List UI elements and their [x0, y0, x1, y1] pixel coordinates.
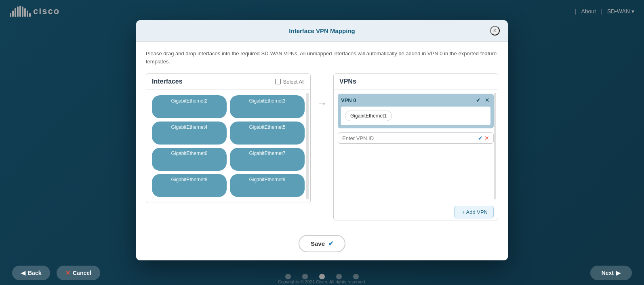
vpn-id-input-row: ✔ ✕: [338, 132, 494, 144]
modal-header: Interface VPN Mapping ×: [136, 20, 508, 42]
interface-chip-ge4[interactable]: GigabitEthernet4: [152, 122, 227, 145]
add-vpn-label: + Add VPN: [462, 209, 488, 215]
interfaces-scrollbar[interactable]: [306, 93, 309, 199]
save-check-icon: ✔: [328, 240, 333, 247]
cancel-icon: ✕: [65, 270, 70, 276]
add-vpn-button[interactable]: + Add VPN: [454, 206, 494, 218]
vpn-id-input[interactable]: [342, 135, 476, 141]
vpn-delete-button[interactable]: ✕: [484, 97, 490, 103]
vpn-expand-button[interactable]: ✔: [475, 97, 482, 103]
cancel-label: Cancel: [73, 270, 91, 276]
drag-arrow-area: →: [311, 73, 333, 109]
cancel-button[interactable]: ✕ Cancel: [57, 266, 100, 280]
vpns-title: VPNs: [339, 78, 356, 85]
vpn-group-0: VPN 0 ✔ ✕ GigabitEthernet1: [338, 94, 494, 128]
save-label: Save: [311, 240, 325, 247]
back-label: Back: [28, 270, 41, 276]
vpn-id-cancel-button[interactable]: ✕: [484, 135, 489, 141]
vpn-id-actions: ✔ ✕: [478, 135, 489, 141]
modal-description: Please drag and drop interfaces into the…: [146, 50, 498, 65]
modal-body: Please drag and drop interfaces into the…: [136, 42, 508, 228]
save-button[interactable]: Save ✔: [299, 235, 345, 252]
vpns-panel: VPNs VPN 0 ✔ ✕ GigabitEthernet1: [333, 73, 498, 220]
interface-chip-ge6[interactable]: GigabitEthernet6: [152, 148, 227, 171]
interface-chip-ge7[interactable]: GigabitEthernet7: [230, 148, 305, 171]
vpn-interfaces-area: GigabitEthernet1: [341, 107, 490, 125]
interface-vpn-mapping-modal: Interface VPN Mapping × Please drag and …: [136, 20, 508, 260]
right-arrow-icon: →: [317, 98, 327, 109]
vpn-id-confirm-button[interactable]: ✔: [478, 135, 483, 141]
modal-content-area: Interfaces Select All GigabitEthernet2 G…: [146, 73, 498, 220]
vpns-list: VPN 0 ✔ ✕ GigabitEthernet1: [334, 90, 498, 203]
modal-close-button[interactable]: ×: [490, 26, 500, 36]
interfaces-title: Interfaces: [152, 78, 183, 85]
select-all-checkbox[interactable]: [275, 79, 281, 84]
vpn-group-header: VPN 0 ✔ ✕: [341, 97, 490, 103]
interfaces-panel: Interfaces Select All GigabitEthernet2 G…: [146, 73, 311, 203]
back-icon: ◀: [21, 270, 25, 276]
interfaces-list: GigabitEthernet2 GigabitEthernet3 Gigabi…: [146, 90, 310, 203]
next-button[interactable]: Next ▶: [590, 266, 632, 280]
interface-chip-ge2[interactable]: GigabitEthernet2: [152, 95, 227, 118]
next-label: Next: [602, 270, 614, 276]
vpn-interface-ge1[interactable]: GigabitEthernet1: [345, 111, 392, 121]
vpns-scrollbar[interactable]: [494, 93, 496, 199]
select-all-area[interactable]: Select All: [275, 79, 305, 85]
vpns-header: VPNs: [334, 74, 498, 90]
vpn-group-title: VPN 0: [341, 97, 356, 103]
modal-footer: Save ✔: [136, 228, 508, 260]
vpn-group-actions: ✔ ✕: [475, 97, 490, 103]
interfaces-header: Interfaces Select All: [146, 74, 310, 90]
add-vpn-area: + Add VPN: [334, 203, 498, 220]
interface-chip-ge3[interactable]: GigabitEthernet3: [230, 95, 305, 118]
interface-chip-ge8[interactable]: GigabitEthernet8: [152, 174, 227, 197]
modal-title: Interface VPN Mapping: [154, 27, 490, 34]
next-icon: ▶: [616, 270, 621, 276]
select-all-label: Select All: [283, 79, 305, 85]
interface-chip-ge9[interactable]: GigabitEthernet9: [230, 174, 305, 197]
interface-chip-ge5[interactable]: GigabitEthernet5: [230, 122, 305, 145]
back-button[interactable]: ◀ Back: [12, 266, 50, 280]
